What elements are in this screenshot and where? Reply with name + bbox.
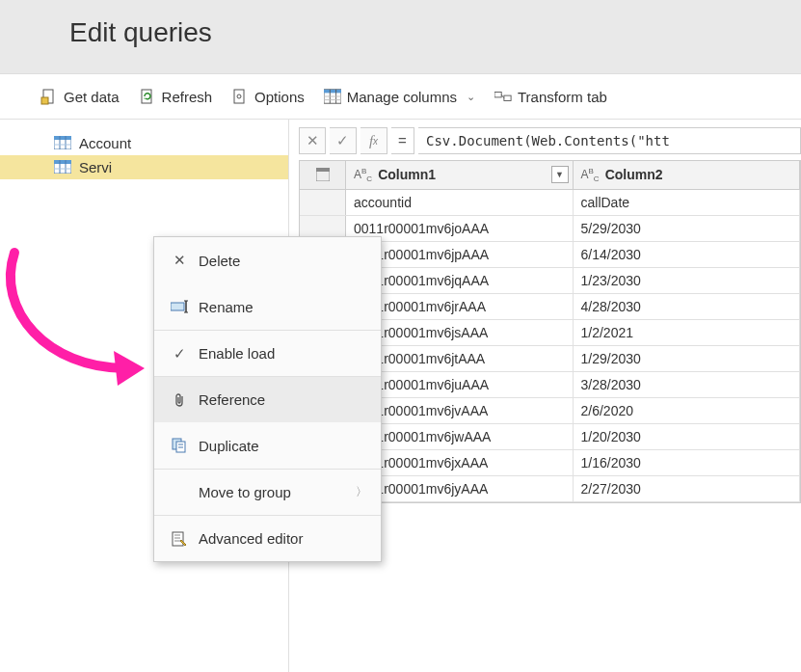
options-icon — [231, 88, 249, 105]
refresh-icon — [139, 88, 156, 105]
svg-point-4 — [237, 94, 241, 98]
refresh-label: Refresh — [162, 89, 213, 105]
cell[interactable]: callDate — [574, 190, 801, 215]
abc-type-icon: ABC — [581, 167, 600, 183]
svg-rect-11 — [494, 93, 501, 97]
menu-label: Reference — [199, 391, 367, 408]
svg-rect-6 — [324, 90, 341, 94]
get-data-label: Get data — [64, 89, 120, 105]
column-label: Column2 — [605, 167, 663, 182]
menu-label: Duplicate — [199, 438, 367, 454]
cell[interactable]: 1/16/2030 — [574, 450, 801, 475]
cell[interactable]: 4/28/2030 — [574, 294, 801, 319]
abc-type-icon: ABC — [354, 167, 372, 183]
column-label: Column1 — [378, 167, 436, 182]
cell[interactable]: 6/14/2030 — [574, 242, 801, 267]
context-menu: ✕ Delete Rename ✓ Enable load Reference … — [153, 236, 382, 562]
menu-reference[interactable]: Reference — [154, 376, 381, 422]
transform-icon — [494, 88, 512, 105]
svg-rect-1 — [41, 97, 48, 104]
svg-rect-34 — [173, 532, 183, 546]
chevron-right-icon: 〉 — [356, 484, 367, 500]
toolbar: Get data Refresh Options Manage columns … — [0, 74, 801, 120]
table-row[interactable]: accountidcallDate — [300, 190, 800, 216]
column-header-1[interactable]: ABC Column1 ▼ — [346, 161, 574, 189]
table-icon — [54, 136, 71, 151]
menu-rename[interactable]: Rename — [154, 283, 381, 330]
rename-icon — [168, 300, 191, 313]
table-columns-icon — [324, 88, 341, 105]
query-label: Servi — [79, 159, 112, 175]
content-area: Account Servi ✕ ✓ fx = ABC Column1 — [0, 120, 801, 672]
formula-input[interactable] — [418, 127, 801, 154]
menu-label: Delete — [199, 253, 367, 269]
menu-move-to-group[interactable]: Move to group 〉 — [154, 469, 381, 515]
check-icon: ✓ — [168, 345, 191, 363]
grid-header-row: ABC Column1 ▼ ABC Column2 — [300, 161, 800, 190]
paperclip-icon — [168, 392, 191, 408]
menu-duplicate[interactable]: Duplicate — [154, 422, 381, 469]
advanced-editor-icon — [168, 531, 191, 547]
menu-label: Advanced editor — [199, 530, 367, 547]
cell[interactable]: accountid — [346, 190, 574, 215]
query-item-account[interactable]: Account — [0, 131, 288, 155]
duplicate-icon — [168, 438, 191, 453]
formula-bar: ✕ ✓ fx = — [299, 127, 801, 154]
check-icon: ✓ — [336, 132, 349, 149]
formula-fx-button[interactable]: fx — [360, 127, 387, 154]
options-label: Options — [254, 89, 305, 105]
column-filter-dropdown[interactable]: ▼ — [551, 166, 569, 183]
chevron-down-icon: ⌄ — [467, 91, 475, 103]
cell[interactable]: 5/29/2030 — [574, 216, 801, 241]
get-data-button[interactable]: Get data — [35, 84, 125, 109]
transform-label: Transform tab — [518, 89, 607, 105]
svg-rect-25 — [316, 168, 330, 172]
query-label: Account — [79, 135, 131, 151]
manage-columns-button[interactable]: Manage columns ⌄ — [318, 84, 481, 109]
menu-advanced-editor[interactable]: Advanced editor — [154, 515, 381, 561]
row-number — [300, 190, 346, 215]
formula-equals: = — [391, 127, 414, 154]
table-icon — [54, 160, 71, 175]
cell[interactable]: 1/2/2021 — [574, 320, 801, 345]
menu-label: Enable load — [199, 345, 367, 362]
query-item-service[interactable]: Servi — [0, 155, 288, 179]
formula-accept-button[interactable]: ✓ — [330, 127, 357, 154]
cell[interactable]: 2/27/2030 — [574, 476, 801, 501]
svg-rect-26 — [171, 303, 184, 310]
manage-columns-label: Manage columns — [347, 89, 457, 105]
svg-rect-20 — [54, 160, 71, 164]
cell[interactable]: 1/20/2030 — [574, 424, 801, 449]
cell[interactable]: 3/28/2030 — [574, 372, 801, 397]
menu-enable-load[interactable]: ✓ Enable load — [154, 330, 381, 376]
svg-rect-12 — [504, 95, 511, 100]
options-button[interactable]: Options — [226, 84, 310, 109]
menu-label: Rename — [199, 299, 367, 315]
grid-corner[interactable] — [300, 161, 346, 189]
x-icon: ✕ — [307, 132, 319, 149]
svg-rect-3 — [234, 90, 244, 103]
cell[interactable]: 2/6/2020 — [574, 398, 801, 423]
cell[interactable]: 1/29/2030 — [574, 346, 801, 371]
menu-delete[interactable]: ✕ Delete — [154, 237, 381, 283]
menu-label: Move to group — [199, 484, 356, 500]
title-bar: Edit queries — [0, 0, 801, 74]
page-title: Edit queries — [69, 17, 766, 48]
delete-icon: ✕ — [168, 252, 191, 269]
formula-cancel-button[interactable]: ✕ — [299, 127, 326, 154]
refresh-button[interactable]: Refresh — [133, 84, 219, 109]
svg-rect-15 — [54, 136, 71, 140]
get-data-icon — [40, 88, 58, 105]
cell[interactable]: 1/23/2030 — [574, 268, 801, 293]
transform-table-button[interactable]: Transform tab — [489, 84, 613, 109]
column-header-2[interactable]: ABC Column2 — [574, 161, 801, 189]
